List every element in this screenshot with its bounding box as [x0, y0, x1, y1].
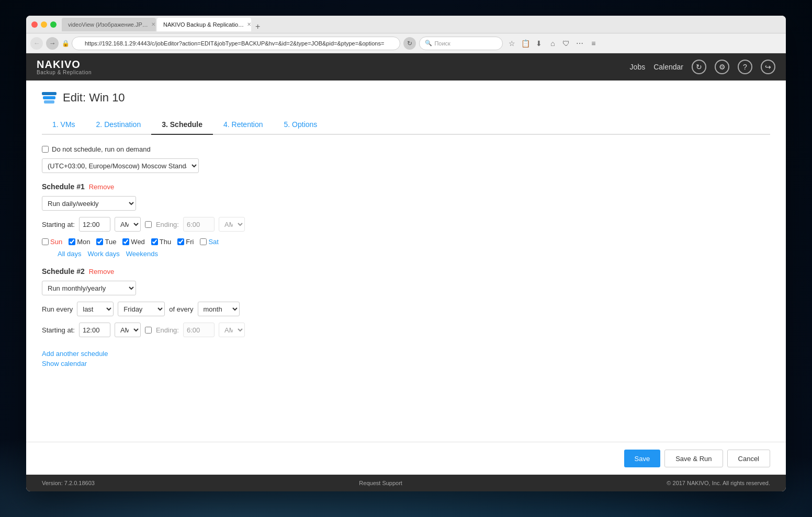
footer-buttons: Save Save & Run Cancel — [26, 442, 786, 475]
run-every-day-select[interactable]: Monday Tuesday Wednesday Thursday Friday… — [118, 302, 165, 316]
day-sun-label: Sun — [50, 238, 62, 246]
shield-icon[interactable]: 🛡 — [560, 38, 572, 49]
download-icon[interactable]: ⬇ — [533, 38, 545, 49]
day-wed-checkbox[interactable] — [122, 238, 129, 245]
tab-destination[interactable]: 2. Destination — [86, 115, 152, 135]
day-sat: Sat — [200, 238, 219, 246]
schedule1-remove[interactable]: Remove — [89, 183, 114, 191]
search-bar[interactable]: 🔍 Поиск — [419, 37, 503, 50]
day-sat-checkbox[interactable] — [200, 238, 207, 245]
app-footer: Version: 7.2.0.18603 Request Support © 2… — [26, 475, 786, 491]
schedule2-ending-checkbox[interactable] — [145, 327, 152, 334]
maximize-button[interactable] — [50, 21, 57, 28]
logout-nav-icon[interactable]: ↪ — [761, 60, 775, 74]
app-content: NAKIVO Backup & Replication Jobs Calenda… — [26, 53, 786, 491]
main-content: Edit: Win 10 1. VMs 2. Destination 3. Sc… — [26, 81, 786, 442]
nav-jobs[interactable]: Jobs — [630, 63, 646, 71]
day-mon-label: Mon — [77, 238, 90, 246]
close-button[interactable] — [31, 21, 38, 28]
search-icon: 🔍 — [425, 40, 432, 47]
bookmark-list-icon[interactable]: 📋 — [520, 38, 531, 49]
add-schedule-link[interactable]: Add another schedule — [42, 350, 770, 358]
browser-tabs: videoView (Изображение.JP… ✕ NAKIVO Back… — [62, 18, 781, 31]
cancel-button[interactable]: Cancel — [727, 450, 770, 467]
refresh-button[interactable]: ↻ — [403, 37, 416, 50]
schedule1-start-time[interactable] — [79, 217, 110, 232]
schedule1-end-ampm: AM — [219, 217, 245, 232]
schedule1-time-row: Starting at: AM PM Ending: AM — [42, 217, 770, 232]
no-schedule-checkbox[interactable] — [42, 146, 49, 153]
day-fri-checkbox[interactable] — [177, 238, 184, 245]
schedule1-title: Schedule #1 — [42, 182, 85, 191]
settings-nav-icon[interactable]: ⚙ — [715, 60, 729, 74]
schedule1-type-select[interactable]: Run daily/weekly Run monthly/yearly Run … — [42, 196, 136, 211]
copyright-text: © 2017 NAKIVO, Inc. All rights reserved. — [667, 480, 770, 486]
day-thu-checkbox[interactable] — [151, 238, 158, 245]
schedule2-end-ampm: AM — [219, 323, 245, 337]
wizard-tabs: 1. VMs 2. Destination 3. Schedule 4. Ret… — [42, 115, 770, 135]
help-nav-icon[interactable]: ? — [738, 60, 752, 74]
menu-icon[interactable]: ≡ — [588, 38, 599, 49]
nav-calendar[interactable]: Calendar — [653, 63, 683, 71]
tab-nakivo[interactable]: NAKIVO Backup & Replicatio… ✕ — [157, 18, 251, 31]
address-bar[interactable]: https://192.168.1.29:4443/c/jobEditor?ac… — [72, 37, 400, 50]
browser-toolbar: ← → 🔒 https://192.168.1.29:4443/c/jobEdi… — [26, 33, 786, 53]
day-sun: Sun — [42, 238, 62, 246]
forward-button[interactable]: → — [46, 37, 59, 50]
tab-video[interactable]: videoView (Изображение.JP… ✕ — [62, 18, 156, 31]
tab-retention[interactable]: 4. Retention — [213, 115, 274, 135]
all-days-link[interactable]: All days — [58, 250, 82, 258]
run-every-label: Run every — [42, 305, 73, 313]
day-fri: Fri — [177, 238, 194, 246]
refresh-nav-icon[interactable]: ↻ — [692, 60, 706, 74]
show-calendar-link[interactable]: Show calendar — [42, 360, 770, 367]
schedule2-remove[interactable]: Remove — [89, 268, 114, 275]
schedule1-start-ampm[interactable]: AM PM — [115, 217, 141, 232]
work-days-link[interactable]: Work days — [88, 250, 120, 258]
day-sun-checkbox[interactable] — [42, 238, 49, 245]
backup-icon — [42, 92, 57, 104]
tab-close-active-icon[interactable]: ✕ — [247, 21, 251, 27]
nakivo-logo: NAKIVO Backup & Replication — [37, 59, 92, 75]
minimize-button[interactable] — [41, 21, 47, 28]
tab-vms[interactable]: 1. VMs — [42, 115, 86, 135]
schedule2-run-every-row: Run every first second third fourth last… — [42, 302, 770, 316]
schedule2-start-time[interactable] — [79, 323, 110, 337]
schedule2-type-select[interactable]: Run daily/weekly Run monthly/yearly Run … — [42, 281, 136, 295]
tab-schedule[interactable]: 3. Schedule — [151, 115, 213, 135]
day-wed-label: Wed — [131, 238, 145, 246]
support-link[interactable]: Request Support — [359, 480, 402, 486]
day-tue-label: Tue — [105, 238, 116, 246]
day-fri-label: Fri — [186, 238, 194, 246]
home-icon[interactable]: ⌂ — [547, 38, 558, 49]
new-tab-button[interactable]: + — [252, 22, 263, 31]
schedule2-end-time — [183, 323, 215, 337]
action-links: Add another schedule Show calendar — [42, 350, 770, 367]
run-every-first-select[interactable]: first second third fourth last — [77, 302, 114, 316]
weekends-link[interactable]: Weekends — [126, 250, 158, 258]
schedule2-starting-label: Starting at: — [42, 326, 75, 334]
save-button[interactable]: Save — [624, 450, 661, 467]
schedule1-ending-label: Ending: — [156, 221, 179, 228]
extensions-icon[interactable]: ⋯ — [574, 38, 585, 49]
schedule1-type-row: Run daily/weekly Run monthly/yearly Run … — [42, 196, 770, 211]
nakivo-header: NAKIVO Backup & Replication Jobs Calenda… — [26, 53, 786, 81]
traffic-lights — [31, 21, 57, 28]
page-title-area: Edit: Win 10 — [42, 91, 770, 105]
run-every-period-select[interactable]: month year — [198, 302, 240, 316]
schedule1-header: Schedule #1 Remove — [42, 182, 770, 191]
schedule1-end-time — [183, 217, 215, 232]
day-thu: Thu — [151, 238, 171, 246]
schedule1-ending-checkbox[interactable] — [145, 221, 152, 228]
schedule2-start-ampm[interactable]: AM PM — [115, 323, 141, 337]
timezone-select[interactable]: (UTC+03:00, Europe/Moscow) Moscow Standa… — [42, 158, 199, 173]
tab-close-icon[interactable]: ✕ — [151, 21, 155, 27]
back-button[interactable]: ← — [30, 37, 43, 50]
save-run-button[interactable]: Save & Run — [664, 450, 723, 467]
of-every-label: of every — [169, 305, 193, 313]
schedule1-starting-label: Starting at: — [42, 221, 75, 228]
day-mon-checkbox[interactable] — [69, 238, 75, 245]
tab-options[interactable]: 5. Options — [274, 115, 328, 135]
bookmark-star-icon[interactable]: ☆ — [506, 38, 517, 49]
day-tue-checkbox[interactable] — [96, 238, 103, 245]
